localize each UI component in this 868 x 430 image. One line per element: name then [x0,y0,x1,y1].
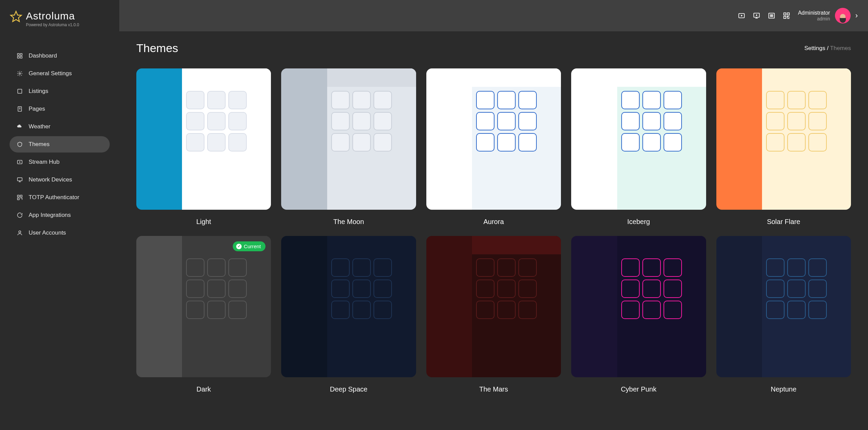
theme-card-mars[interactable]: The Mars [426,236,561,393]
themes-grid: LightThe MoonAuroraIcebergSolar Flare✓Cu… [136,68,851,393]
sidebar-item-label: Dashboard [29,52,57,59]
avatar [835,8,851,23]
apps-icon [16,212,23,219]
svg-rect-2 [20,53,22,55]
brand-tagline: Powered by Astroluma v1.0.0 [26,22,79,27]
sidebar-item-label: Stream Hub [29,159,60,165]
listings-icon [16,88,23,95]
theme-name: Light [136,218,271,226]
sidebar-item-label: Pages [29,106,45,112]
svg-rect-20 [787,13,789,15]
add-display-icon[interactable] [752,11,761,20]
sidebar-item-label: Themes [29,141,49,148]
chevron-right-icon[interactable]: › [855,11,858,20]
sidebar-item-label: Listings [29,88,48,95]
theme-preview [136,68,271,210]
svg-marker-9 [19,161,21,163]
network-icon [16,176,23,183]
sidebar-nav: DashboardGeneral SettingsListingsPagesWe… [10,48,110,241]
streamhub-icon [16,159,23,165]
svg-marker-16 [741,15,743,17]
theme-preview [716,68,851,210]
theme-preview [716,236,851,377]
themes-icon [16,141,23,148]
sidebar-item-label: General Settings [29,70,72,77]
svg-point-5 [19,73,21,75]
general-icon [16,70,23,77]
svg-rect-13 [17,198,19,200]
sidebar-item-streamhub[interactable]: Stream Hub [10,154,110,170]
theme-name: The Moon [281,218,416,226]
breadcrumb: Settings / Themes [804,45,851,52]
theme-card-neptune[interactable]: Neptune [716,236,851,393]
sidebar-item-label: Network Devices [29,176,72,183]
theme-name: Dark [136,385,271,393]
brand-name: Astroluma [26,10,79,22]
theme-name: Solar Flare [716,218,851,226]
theme-preview [281,236,416,377]
theme-preview: ✓Current [136,236,271,377]
dashboard-icon [16,52,23,59]
star-logo-icon [10,10,22,23]
users-icon [16,229,23,236]
theme-preview [281,68,416,210]
sidebar-item-pages[interactable]: Pages [10,101,110,117]
theme-preview [571,236,706,377]
sidebar: Astroluma Powered by Astroluma v1.0.0 Da… [0,0,119,430]
theme-card-moon[interactable]: The Moon [281,68,416,226]
breadcrumb-parent[interactable]: Settings [804,45,825,51]
sidebar-item-weather[interactable]: Weather [10,118,110,135]
svg-rect-19 [784,13,786,15]
svg-rect-11 [17,195,19,197]
svg-marker-0 [11,11,21,21]
sidebar-item-apps[interactable]: App Integrations [10,207,110,223]
svg-rect-3 [20,57,22,58]
sidebar-item-label: App Integrations [29,212,71,219]
svg-rect-21 [784,16,786,18]
check-icon: ✓ [236,244,242,249]
svg-rect-6 [18,89,22,93]
play-icon[interactable] [737,11,746,20]
list-icon[interactable] [767,11,776,20]
svg-rect-1 [17,53,19,55]
theme-card-cyber[interactable]: Cyber Punk [571,236,706,393]
sidebar-item-listings[interactable]: Listings [10,83,110,99]
svg-rect-4 [17,57,19,58]
topbar: Administrator admin › [119,0,868,31]
theme-preview [571,68,706,210]
theme-preview [426,68,561,210]
sidebar-item-network[interactable]: Network Devices [10,172,110,188]
theme-name: Iceberg [571,218,706,226]
theme-preview [426,236,561,377]
totp-icon [16,194,23,201]
sidebar-item-general[interactable]: General Settings [10,65,110,82]
svg-rect-10 [17,178,22,181]
user-menu[interactable]: Administrator admin › [798,8,858,23]
theme-card-solar[interactable]: Solar Flare [716,68,851,226]
logo-block[interactable]: Astroluma Powered by Astroluma v1.0.0 [10,10,110,27]
sidebar-item-dashboard[interactable]: Dashboard [10,48,110,64]
theme-name: Deep Space [281,385,416,393]
theme-card-deep[interactable]: Deep Space [281,236,416,393]
theme-name: Aurora [426,218,561,226]
theme-card-iceberg[interactable]: Iceberg [571,68,706,226]
qr-icon[interactable] [782,11,791,20]
user-role: admin [798,16,830,21]
theme-name: The Mars [426,385,561,393]
breadcrumb-current: Themes [830,45,851,51]
theme-card-light[interactable]: Light [136,68,271,226]
user-display-name: Administrator [798,10,830,16]
theme-name: Cyber Punk [571,385,706,393]
svg-rect-12 [20,195,22,197]
theme-card-dark[interactable]: ✓CurrentDark [136,236,271,393]
pages-icon [16,106,23,112]
sidebar-item-label: Weather [29,123,50,130]
theme-name: Neptune [716,385,851,393]
svg-point-14 [19,231,21,233]
current-badge: ✓Current [233,241,265,251]
sidebar-item-users[interactable]: User Accounts [10,225,110,241]
sidebar-item-themes[interactable]: Themes [10,136,110,153]
theme-card-aurora[interactable]: Aurora [426,68,561,226]
sidebar-item-totp[interactable]: TOTP Authenticator [10,189,110,206]
page-title: Themes [136,42,178,55]
